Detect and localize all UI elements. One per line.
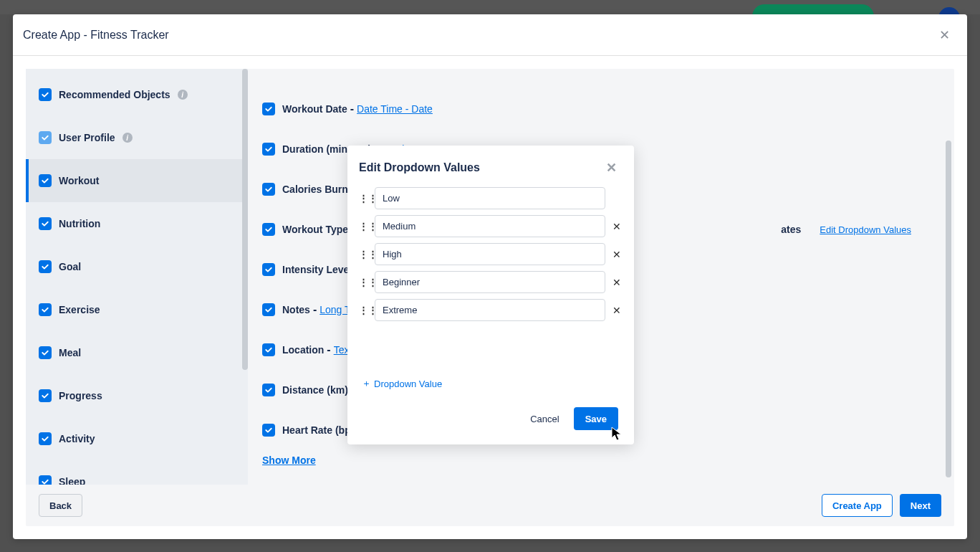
close-icon[interactable]: ✕ bbox=[936, 27, 953, 44]
dropdown-values-list: ⋮⋮✕⋮⋮✕⋮⋮✕⋮⋮✕⋮⋮✕ bbox=[347, 186, 634, 325]
create-app-button[interactable]: Create App bbox=[822, 494, 893, 517]
sidebar: Recommended ObjectsiUser ProfileiWorkout… bbox=[26, 69, 248, 485]
checkbox-icon[interactable] bbox=[39, 346, 52, 359]
checkbox-icon[interactable] bbox=[39, 174, 52, 187]
dropdown-modal-footer: Cancel Save bbox=[347, 397, 634, 444]
drag-handle-icon[interactable]: ⋮⋮ bbox=[359, 195, 369, 201]
edit-dropdown-modal: Edit Dropdown Values ✕ ⋮⋮✕⋮⋮✕⋮⋮✕⋮⋮✕⋮⋮✕ ＋… bbox=[347, 146, 634, 444]
remove-icon[interactable]: ✕ bbox=[611, 305, 623, 316]
checkbox-icon[interactable] bbox=[262, 223, 275, 236]
field-label: Intensity Level bbox=[282, 264, 352, 275]
dropdown-value-row: ⋮⋮✕ bbox=[359, 242, 623, 267]
info-icon[interactable]: i bbox=[123, 133, 133, 143]
sidebar-item-label: Exercise bbox=[59, 304, 100, 315]
sidebar-scrollbar[interactable] bbox=[242, 69, 248, 370]
checkbox-icon[interactable] bbox=[262, 103, 275, 115]
next-button[interactable]: Next bbox=[900, 494, 941, 517]
dropdown-value-input[interactable] bbox=[375, 243, 605, 265]
checkbox-icon[interactable] bbox=[262, 183, 275, 196]
sidebar-item-label: Sleep bbox=[59, 476, 85, 485]
checkbox-icon[interactable] bbox=[39, 131, 52, 144]
modal-header: Create App - Fitness Tracker ✕ bbox=[13, 14, 967, 56]
sidebar-item-exercise[interactable]: Exercise bbox=[26, 288, 248, 331]
checkbox-icon[interactable] bbox=[39, 475, 52, 485]
modal-title: Create App - Fitness Tracker bbox=[23, 29, 169, 42]
sidebar-item-recommended-objects[interactable]: Recommended Objectsi bbox=[26, 73, 248, 116]
checkbox-icon[interactable] bbox=[262, 424, 275, 437]
field-label: Workout Date bbox=[282, 103, 347, 115]
drag-handle-icon[interactable]: ⋮⋮ bbox=[359, 307, 369, 313]
sidebar-item-label: Goal bbox=[59, 261, 81, 272]
sidebar-item-workout[interactable]: Workout bbox=[26, 159, 248, 202]
checkbox-icon[interactable] bbox=[39, 303, 52, 316]
sidebar-item-label: Workout bbox=[59, 175, 100, 186]
dropdown-value-input[interactable] bbox=[375, 215, 605, 237]
field-type-link[interactable]: Date Time - Date bbox=[357, 103, 433, 115]
close-icon[interactable]: ✕ bbox=[605, 160, 618, 176]
remove-icon[interactable]: ✕ bbox=[611, 249, 623, 260]
checkbox-icon[interactable] bbox=[39, 217, 52, 230]
sidebar-item-label: User Profile bbox=[59, 132, 115, 143]
field-label: Location bbox=[282, 344, 324, 356]
sidebar-item-user-profile[interactable]: User Profilei bbox=[26, 116, 248, 159]
show-more-link[interactable]: Show More bbox=[262, 455, 316, 466]
cancel-button[interactable]: Cancel bbox=[530, 414, 559, 424]
field-label: Distance (km) bbox=[282, 384, 348, 396]
field-row: Workout Date - Date Time - Date bbox=[262, 89, 940, 129]
checkbox-icon[interactable] bbox=[39, 88, 52, 101]
sidebar-item-nutrition[interactable]: Nutrition bbox=[26, 202, 248, 245]
checkbox-icon[interactable] bbox=[262, 343, 275, 356]
content-scrollbar[interactable] bbox=[946, 141, 951, 477]
field-trailing-text: ates bbox=[781, 224, 801, 235]
sidebar-item-label: Progress bbox=[59, 390, 102, 401]
dropdown-value-row: ⋮⋮✕ bbox=[359, 186, 623, 211]
remove-icon[interactable]: ✕ bbox=[611, 221, 623, 232]
add-dropdown-value[interactable]: ＋ Dropdown Value bbox=[347, 373, 634, 397]
dropdown-modal-title: Edit Dropdown Values bbox=[359, 161, 480, 174]
footer: Back Create App Next bbox=[26, 485, 954, 526]
sidebar-item-label: Activity bbox=[59, 433, 95, 444]
drag-handle-icon[interactable]: ⋮⋮ bbox=[359, 251, 369, 257]
dropdown-modal-header: Edit Dropdown Values ✕ bbox=[347, 146, 634, 186]
back-button[interactable]: Back bbox=[39, 494, 82, 517]
sidebar-item-progress[interactable]: Progress bbox=[26, 374, 248, 417]
sidebar-item-meal[interactable]: Meal bbox=[26, 331, 248, 374]
dropdown-value-input[interactable] bbox=[375, 271, 605, 293]
drag-handle-icon[interactable]: ⋮⋮ bbox=[359, 279, 369, 285]
dropdown-value-row: ⋮⋮✕ bbox=[359, 298, 623, 323]
edit-dropdown-values-link[interactable]: Edit Dropdown Values bbox=[820, 224, 911, 235]
sidebar-item-label: Recommended Objects bbox=[59, 89, 170, 100]
checkbox-icon[interactable] bbox=[262, 263, 275, 276]
save-button[interactable]: Save bbox=[574, 407, 618, 430]
checkbox-icon[interactable] bbox=[39, 389, 52, 402]
remove-icon[interactable]: ✕ bbox=[611, 277, 623, 288]
dropdown-value-input[interactable] bbox=[375, 299, 605, 321]
checkbox-icon[interactable] bbox=[262, 143, 275, 156]
sidebar-item-label: Nutrition bbox=[59, 218, 100, 229]
add-dropdown-label: Dropdown Value bbox=[374, 379, 442, 389]
field-label: Workout Type bbox=[282, 224, 348, 235]
sidebar-item-sleep[interactable]: Sleep bbox=[26, 460, 248, 485]
field-label: Notes bbox=[282, 304, 310, 315]
checkbox-icon[interactable] bbox=[39, 260, 52, 273]
plus-icon: ＋ bbox=[362, 377, 371, 390]
drag-handle-icon[interactable]: ⋮⋮ bbox=[359, 223, 369, 229]
info-icon[interactable]: i bbox=[178, 90, 188, 100]
sidebar-item-activity[interactable]: Activity bbox=[26, 417, 248, 460]
dropdown-value-input[interactable] bbox=[375, 187, 605, 209]
sidebar-item-label: Meal bbox=[59, 347, 81, 358]
dropdown-value-row: ⋮⋮✕ bbox=[359, 270, 623, 295]
checkbox-icon[interactable] bbox=[39, 432, 52, 445]
checkbox-icon[interactable] bbox=[262, 303, 275, 316]
sidebar-item-goal[interactable]: Goal bbox=[26, 245, 248, 288]
dropdown-value-row: ⋮⋮✕ bbox=[359, 214, 623, 239]
background-topbar bbox=[0, 0, 980, 14]
checkbox-icon[interactable] bbox=[262, 384, 275, 396]
